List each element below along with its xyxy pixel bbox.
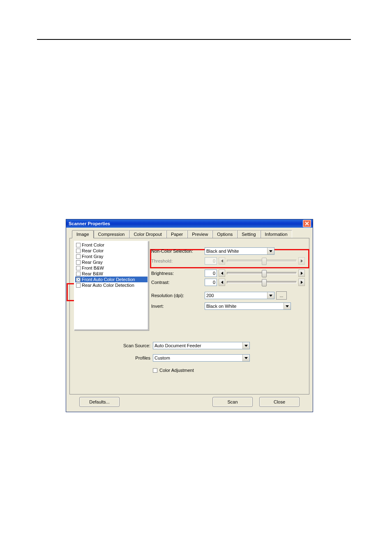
list-item[interactable]: Front B&W: [75, 265, 148, 271]
checkbox-label: Color Adjustment: [159, 368, 194, 373]
contrast-value: 0: [205, 279, 217, 286]
list-item[interactable]: Rear Gray: [75, 259, 148, 265]
tab-paper[interactable]: Paper: [166, 230, 187, 238]
slider-thumb[interactable]: [262, 270, 267, 277]
dialog-client-area: Image Compression Color Dropout Paper Pr…: [66, 228, 313, 412]
list-item[interactable]: Front Color: [75, 242, 148, 248]
checkbox-icon[interactable]: [76, 254, 81, 259]
combo-value: Custom: [154, 355, 170, 360]
brightness-value: 0: [205, 270, 217, 277]
checkbox-icon[interactable]: [76, 283, 81, 288]
checkbox-icon[interactable]: [153, 368, 157, 373]
tab-options[interactable]: Options: [212, 230, 237, 238]
non-color-selection-combo[interactable]: Black and White: [205, 247, 274, 255]
list-item-label: Front Auto Color Detection: [82, 277, 135, 282]
tab-label: Options: [217, 232, 233, 237]
slider-track[interactable]: [227, 272, 297, 274]
list-item-label: Front B&W: [82, 265, 104, 270]
chevron-down-icon[interactable]: [242, 342, 249, 349]
arrow-right-icon[interactable]: [298, 279, 305, 286]
tab-label: Preview: [192, 232, 208, 237]
arrow-right-icon: [298, 257, 305, 265]
invert-label: Invert:: [151, 304, 205, 309]
tab-body: Front Color Rear Color Front Gray Rear G…: [69, 238, 309, 394]
tab-label: Setting: [242, 232, 256, 237]
brightness-slider[interactable]: 0: [205, 270, 305, 277]
dialog-title: Scanner Properties: [69, 221, 303, 226]
invert-combo[interactable]: Black on White: [205, 302, 291, 310]
combo-value: 200: [206, 293, 214, 298]
lower-settings-panel: Scan Source: Auto Document Feeder Profil…: [74, 339, 305, 376]
list-item-label: Front Color: [82, 242, 104, 247]
color-adjustment-checkbox[interactable]: Color Adjustment: [153, 368, 194, 373]
close-button[interactable]: Close: [259, 397, 300, 407]
titlebar[interactable]: Scanner Properties: [66, 219, 313, 228]
dialog-button-row: Defaults... Scan Close: [69, 394, 309, 407]
slider-thumb: [262, 258, 267, 265]
threshold-label: Threshold:: [151, 258, 205, 263]
list-item-label: Rear Gray: [82, 260, 103, 265]
combo-value: Black on White: [206, 304, 236, 309]
tab-strip: Image Compression Color Dropout Paper Pr…: [69, 230, 309, 238]
checkbox-icon[interactable]: [76, 249, 81, 253]
combo-value: Auto Document Feeder: [154, 343, 201, 348]
defaults-button[interactable]: Defaults...: [79, 397, 120, 407]
checkbox-icon[interactable]: [76, 272, 81, 276]
image-settings-panel: Non-Color Selection: Black and White Thr…: [151, 241, 305, 311]
profiles-combo[interactable]: Custom: [153, 354, 250, 362]
tab-preview[interactable]: Preview: [187, 230, 212, 238]
tab-label: Compression: [98, 232, 125, 237]
tab-information[interactable]: Information: [261, 230, 292, 238]
tab-color-dropout[interactable]: Color Dropout: [129, 230, 166, 238]
tab-image[interactable]: Image: [72, 230, 94, 238]
list-item[interactable]: Rear Color: [75, 248, 148, 254]
profiles-label: Profiles: [74, 355, 153, 360]
scan-source-label: Scan Source:: [74, 343, 153, 348]
resolution-combo[interactable]: 200: [205, 292, 274, 299]
contrast-label: Contrast:: [151, 280, 205, 285]
scan-button[interactable]: Scan: [212, 397, 253, 407]
tab-label: Information: [265, 232, 288, 237]
image-selection-list: Front Color Rear Color Front Gray Rear G…: [74, 241, 149, 330]
tab-compression[interactable]: Compression: [94, 230, 129, 238]
list-item[interactable]: Rear Auto Color Detection: [75, 282, 148, 288]
scanner-properties-dialog: Scanner Properties Image Compression Col…: [66, 219, 313, 412]
list-item[interactable]: Rear B&W: [75, 271, 148, 277]
header-rule: [37, 39, 351, 40]
threshold-value: 0: [205, 257, 217, 265]
contrast-slider[interactable]: 0: [205, 279, 305, 286]
arrow-right-icon[interactable]: [298, 270, 305, 277]
tab-label: Image: [76, 232, 89, 237]
list-item-label: Rear Color: [82, 248, 104, 253]
tab-setting[interactable]: Setting: [237, 230, 260, 238]
scan-source-combo[interactable]: Auto Document Feeder: [153, 342, 250, 349]
checkbox-icon[interactable]: [76, 277, 81, 282]
brightness-label: Brightness:: [151, 271, 205, 276]
chevron-down-icon[interactable]: [267, 248, 274, 254]
checkbox-icon[interactable]: [76, 260, 81, 265]
slider-thumb[interactable]: [262, 279, 267, 286]
chevron-down-icon[interactable]: [267, 292, 274, 299]
list-item[interactable]: Front Gray: [75, 254, 148, 259]
list-item-label: Rear Auto Color Detection: [82, 283, 134, 288]
list-item-label: Rear B&W: [82, 271, 103, 276]
list-item-label: Front Gray: [82, 254, 104, 259]
slider-track: [227, 260, 297, 262]
arrow-left-icon[interactable]: [219, 270, 225, 277]
chevron-down-icon[interactable]: [284, 303, 291, 309]
arrow-left-icon: [219, 257, 225, 265]
threshold-slider: 0: [205, 257, 305, 265]
close-icon[interactable]: [303, 220, 311, 227]
combo-value: Black and White: [206, 249, 239, 254]
checkbox-icon[interactable]: [76, 243, 81, 247]
list-item[interactable]: Front Auto Color Detection: [75, 277, 148, 282]
checkbox-icon[interactable]: [76, 266, 81, 270]
chevron-down-icon[interactable]: [242, 355, 249, 361]
arrow-left-icon[interactable]: [219, 279, 225, 286]
resolution-label: Resolution (dpi):: [151, 293, 205, 298]
slider-track[interactable]: [227, 281, 297, 284]
non-color-selection-label: Non-Color Selection:: [151, 249, 205, 254]
tab-label: Paper: [171, 232, 183, 237]
resolution-more-button[interactable]: ...: [276, 291, 287, 300]
tab-label: Color Dropout: [134, 232, 161, 237]
